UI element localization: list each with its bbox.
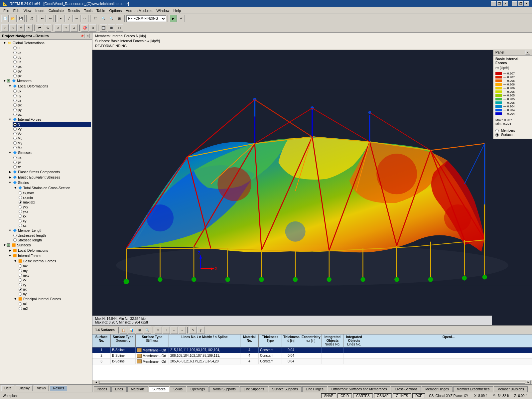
- expand-principal-int-forces[interactable]: ▼: [13, 297, 17, 301]
- tree-kz[interactable]: κz: [18, 223, 91, 228]
- radio-Mz[interactable]: [13, 146, 17, 149]
- radio-tau-y[interactable]: [13, 161, 17, 164]
- tab-member-div[interactable]: Member Divisions: [494, 386, 527, 392]
- tree-kx[interactable]: κx: [18, 214, 91, 218]
- expand-elastic-stress[interactable]: ▶: [8, 170, 12, 174]
- status-osnap[interactable]: OSNAP: [374, 393, 392, 398]
- tree-gamma-xz[interactable]: γxz: [18, 209, 91, 214]
- status-cartes[interactable]: CARTES: [353, 393, 372, 398]
- tab-solids[interactable]: Solids: [170, 386, 186, 392]
- tab-surface-supports[interactable]: Surface Supports: [269, 386, 302, 392]
- menu-calculate[interactable]: Calculate: [47, 8, 66, 13]
- tree-vy[interactable]: vy: [18, 282, 91, 287]
- radio-my[interactable]: [19, 269, 22, 272]
- tree-basic-int-forces[interactable]: ▼ 🟧 Basic Internal Forces: [13, 258, 91, 264]
- table-row-1[interactable]: 1 B-Spline Membrane - Ort 215,110,111,10…: [92, 347, 532, 353]
- status-dxf[interactable]: DXF: [412, 393, 425, 398]
- table-fx[interactable]: fx: [189, 327, 197, 334]
- tb-undo[interactable]: ↩: [39, 15, 46, 22]
- tb-new[interactable]: 📄: [1, 15, 9, 22]
- radio-N[interactable]: [13, 123, 17, 126]
- radio-uy-global[interactable]: [13, 56, 17, 59]
- tree-internal-forces-members[interactable]: ▼ 🔷 Internal Forces: [7, 117, 91, 122]
- tree-unstressed[interactable]: Unstressed length: [13, 233, 91, 238]
- tree-Vz[interactable]: Vz: [13, 131, 91, 136]
- table-tb-2[interactable]: 📊: [128, 327, 135, 334]
- tree-Vy[interactable]: Vy: [13, 127, 91, 131]
- radio-gamma-xz[interactable]: [19, 210, 22, 213]
- tree-Mz[interactable]: Mz: [13, 145, 91, 150]
- radio-m2[interactable]: [19, 307, 22, 310]
- table-tb-4[interactable]: 🔍: [144, 327, 151, 334]
- tree-global-deformations[interactable]: ▼ 📁 Global Deformations: [1, 40, 91, 46]
- status-snap[interactable]: SNAP: [321, 393, 336, 398]
- radio-phiy-global[interactable]: [13, 69, 17, 73]
- tree-m-phiy[interactable]: φy: [13, 107, 91, 112]
- radio-stressed[interactable]: [13, 238, 17, 242]
- tree-N[interactable]: N: [13, 122, 91, 127]
- checkbox-members[interactable]: ✔: [7, 79, 10, 82]
- tree-My[interactable]: My: [13, 141, 91, 145]
- radio-phiz-global[interactable]: [13, 74, 17, 77]
- nav-pin-button[interactable]: 📌: [80, 34, 84, 38]
- table-tb-sort[interactable]: ↕: [163, 327, 170, 334]
- tb2-4[interactable]: ↻: [25, 24, 33, 32]
- tb2-11[interactable]: ⊕: [89, 24, 96, 32]
- tb-select[interactable]: ⬚: [92, 15, 99, 22]
- radio-m-uz[interactable]: [13, 99, 17, 102]
- tree-uy-global[interactable]: uy: [7, 55, 91, 60]
- expand-surfaces[interactable]: ▼: [3, 243, 7, 247]
- tree-ky[interactable]: κy: [18, 218, 91, 223]
- menu-file[interactable]: File: [1, 8, 11, 13]
- tree-phiz-global[interactable]: φz: [7, 73, 91, 78]
- tree-stresses[interactable]: ▼ 🔷 Stresses: [7, 150, 91, 155]
- tree-m-phiz[interactable]: φz: [13, 112, 91, 117]
- expand-int-forces[interactable]: ▼: [8, 118, 12, 121]
- table-row-3[interactable]: 3 B-Spline Membrane - Ort 205,46-53,216,…: [92, 359, 532, 364]
- radio-m-ux[interactable]: [13, 89, 17, 93]
- expand-strains[interactable]: ▼: [8, 181, 12, 184]
- tb-zoom-all[interactable]: ⊞: [116, 15, 123, 22]
- tree-ux-global[interactable]: ux: [7, 50, 91, 55]
- tree-m1[interactable]: m1: [18, 302, 91, 306]
- expand-basic-int-forces[interactable]: ▼: [13, 259, 17, 263]
- tree-mx[interactable]: mx: [18, 264, 91, 268]
- table-row-2[interactable]: 2 B-Spline Membrane - Ort 206,105,104,10…: [92, 353, 532, 359]
- tb2-12[interactable]: 🔲: [100, 24, 107, 32]
- tree-m2[interactable]: m2: [18, 306, 91, 311]
- tb2-13[interactable]: 🔳: [108, 24, 115, 32]
- tree-phiy-global[interactable]: φy: [7, 69, 91, 73]
- checkbox-surfaces[interactable]: ✔: [7, 243, 10, 247]
- radio-nx[interactable]: [19, 288, 22, 291]
- viewport[interactable]: X Z Max N: 14.844, Min N: -32.664 kip Ma…: [92, 50, 532, 325]
- tb2-10[interactable]: 🎯: [81, 24, 88, 32]
- radio-m-uy[interactable]: [13, 94, 17, 97]
- tb-surface[interactable]: ▭: [81, 15, 88, 22]
- radio-ky[interactable]: [19, 219, 22, 222]
- tree-total-strains[interactable]: ▼ 🔷 Total Strains on Cross-Section: [13, 185, 91, 191]
- tb2-3[interactable]: ↺: [17, 24, 25, 32]
- radio-surfaces-panel[interactable]: [495, 133, 499, 137]
- tb2-6[interactable]: ⇅: [44, 24, 51, 32]
- tree-nx[interactable]: nx: [18, 287, 91, 292]
- tree-ex-min[interactable]: εx,min: [18, 195, 91, 200]
- expand-member-length[interactable]: ▼: [8, 229, 12, 232]
- radio-max-ex[interactable]: [19, 200, 22, 204]
- radio-Vy[interactable]: [13, 127, 17, 131]
- tree-u[interactable]: u: [7, 46, 91, 50]
- tb2-14[interactable]: ◻: [116, 24, 123, 32]
- tree-uz-global[interactable]: uz: [7, 60, 91, 64]
- nav-tab-data[interactable]: Data: [1, 385, 14, 391]
- tree-Mt[interactable]: Mt: [13, 136, 91, 141]
- tab-nodal-supports[interactable]: Nodal Supports: [209, 386, 239, 392]
- tree-elastic-equiv[interactable]: ▶ 🔷 Elastic Equivalent Stresses: [7, 175, 91, 180]
- tb2-8[interactable]: Y: [63, 24, 70, 32]
- status-grid[interactable]: GRID: [337, 393, 352, 398]
- nav-close-button[interactable]: ✕: [85, 34, 90, 38]
- menu-addons[interactable]: Add-on Modules: [124, 8, 154, 13]
- radio-kx[interactable]: [19, 214, 22, 218]
- tb-line[interactable]: ╱: [65, 15, 72, 22]
- minimize-button[interactable]: —: [491, 1, 496, 6]
- menu-insert[interactable]: Insert: [33, 8, 47, 13]
- radio-m1[interactable]: [19, 302, 22, 306]
